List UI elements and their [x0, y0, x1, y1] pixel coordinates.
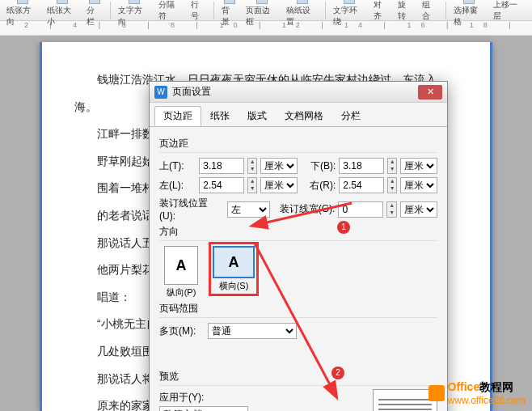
top-margin-label: 上(T): — [159, 159, 196, 173]
left-margin-input[interactable] — [199, 177, 244, 193]
left-margin-label: 左(L): — [159, 179, 196, 193]
watermark: Office教程网 www.office26.com — [429, 380, 526, 406]
top-margin-input[interactable] — [199, 158, 244, 174]
margins-group-label: 页边距 — [159, 137, 437, 150]
ribbon-item[interactable]: 旋转 — [395, 0, 417, 22]
spinner[interactable]: ▲▼ — [386, 201, 397, 218]
bottom-margin-input[interactable] — [339, 158, 384, 174]
annotation-badge-2: 2 — [331, 367, 344, 379]
tab-columns[interactable]: 分栏 — [332, 106, 369, 126]
annotation-badge-1: 1 — [337, 221, 350, 234]
tab-grid[interactable]: 文档网格 — [276, 106, 332, 126]
dialog-tabs: 页边距 纸张 版式 文档网格 分栏 — [150, 103, 447, 127]
top-unit-select[interactable]: 厘米 — [260, 158, 298, 174]
gutter-pos-select[interactable]: 左 — [227, 201, 270, 218]
gutter-pos-label: 装订线位置(U): — [159, 197, 224, 222]
gutter-width-input[interactable] — [338, 201, 383, 218]
ribbon-toolbar: 纸张方向 纸张大小 分栏 文字方向 分隔符 行号 背景 页面边框 稿纸设置 文字… — [0, 0, 532, 21]
bottom-margin-label: 下(B): — [306, 159, 336, 173]
tab-margins[interactable]: 页边距 — [154, 106, 201, 126]
spinner[interactable]: ▲▼ — [247, 158, 257, 174]
watermark-logo-icon — [429, 385, 445, 401]
apply-to-select[interactable]: 整篇文档 — [159, 406, 248, 411]
dialog-title: 页面设置 — [172, 85, 211, 99]
orientation-group-label: 方向 — [159, 225, 437, 239]
gutter-width-label: 装订线宽(G): — [278, 202, 336, 216]
page-setup-dialog: W 页面设置 ✕ 页边距 纸张 版式 文档网格 分栏 页边距 上(T): ▲▼ … — [149, 81, 448, 411]
spinner[interactable]: ▲▼ — [247, 177, 257, 193]
pagerange-group-label: 页码范围 — [159, 302, 437, 316]
left-unit-select[interactable]: 厘米 — [260, 177, 298, 193]
right-unit-select[interactable]: 厘米 — [400, 177, 437, 193]
right-margin-label: 右(R): — [306, 179, 336, 193]
spinner[interactable]: ▲▼ — [387, 158, 397, 174]
multi-page-select[interactable]: 普通 — [208, 323, 297, 339]
preview-group-label: 预览 — [159, 370, 437, 383]
close-button[interactable]: ✕ — [418, 85, 442, 100]
apply-to-label: 应用于(Y): — [159, 392, 204, 403]
tab-layout[interactable]: 版式 — [239, 106, 276, 126]
ribbon-item[interactable]: 行号 — [188, 0, 210, 22]
dialog-titlebar[interactable]: W 页面设置 ✕ — [150, 82, 447, 103]
horizontal-ruler: 2 | 4 | 6 | 8 | 10 | 12 | 14 | 16 | 18 |… — [0, 21, 532, 36]
orientation-portrait[interactable]: A 纵向(P) — [164, 246, 198, 299]
gutter-unit-select[interactable]: 厘米 — [400, 201, 437, 218]
bottom-unit-select[interactable]: 厘米 — [400, 158, 437, 174]
ribbon-item[interactable]: 分隔符 — [155, 0, 186, 22]
tab-paper[interactable]: 纸张 — [201, 106, 239, 126]
spinner[interactable]: ▲▼ — [387, 177, 397, 193]
ribbon-item[interactable]: 上移一层 — [490, 0, 529, 22]
app-logo-icon: W — [154, 86, 167, 99]
multi-page-label: 多页(M): — [159, 324, 205, 338]
orientation-landscape[interactable]: A 横向(S) — [213, 246, 255, 292]
ribbon-item[interactable]: 对齐 — [370, 0, 393, 22]
ribbon-item[interactable]: 组合 — [419, 0, 441, 22]
right-margin-input[interactable] — [339, 177, 384, 193]
